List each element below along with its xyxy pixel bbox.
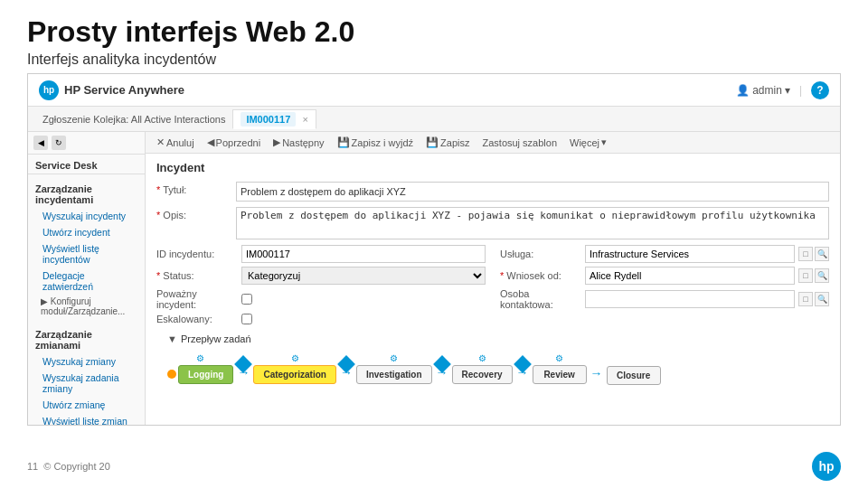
contact-input[interactable]	[585, 290, 795, 308]
contact-clear-icon[interactable]: □	[798, 292, 813, 306]
page-title: Prosty interfejs Web 2.0	[27, 16, 841, 48]
sidebar-item-create-change[interactable]: Utwórz zmianę	[28, 397, 145, 413]
hp-topbar-right: 👤 admin ▾ | ?	[736, 81, 829, 99]
main-content: ◀ ↻ Service Desk Zarządzanie incydentami…	[28, 132, 840, 426]
tab-queue[interactable]: Zgłoszenie Kolejka: All Active Interacti…	[35, 110, 232, 128]
step-categorization[interactable]: Categorization	[253, 365, 335, 384]
user-icon: 👤	[736, 84, 750, 97]
more-button[interactable]: Więcej ▾	[566, 135, 610, 150]
service-input[interactable]	[585, 245, 795, 263]
status-label: Status:	[156, 270, 238, 281]
apply-template-button[interactable]: Zastosuj szablon	[478, 136, 561, 150]
page-number: 11	[27, 461, 38, 472]
previous-button[interactable]: ◀ Poprzedni	[203, 135, 265, 150]
contact-search-icon[interactable]: 🔍	[815, 292, 829, 306]
workflow-section: ▼ Przepływ zadań ⚙ Logging	[156, 328, 829, 394]
footer-hp-logo: hp	[812, 452, 841, 481]
cancel-button[interactable]: ✕ Anuluj	[153, 135, 198, 150]
chevron-down-icon: ▾	[601, 136, 607, 148]
incident-id-label: ID incydentu:	[156, 249, 238, 259]
next-button[interactable]: ▶ Następny	[269, 135, 327, 150]
sidebar-item-delegations-incidents[interactable]: Delegacje zatwierdzeń	[28, 267, 145, 295]
workflow-step-review: ⚙ Review	[533, 353, 587, 384]
status-field: Status: Kategoryzuj	[156, 267, 486, 285]
description-row: Opis: Problem z dostępem do aplikacji XY…	[156, 207, 829, 239]
step-closure[interactable]: Closure	[607, 366, 661, 385]
workflow-step-categorization: ⚙ Categorization	[253, 353, 335, 384]
sidebar-refresh-icon[interactable]: ↻	[52, 136, 66, 150]
workflow-step-closure: Closure	[607, 352, 661, 385]
page-subtitle: Interfejs analityka incydentów	[27, 52, 841, 68]
page-header: Prosty interfejs Web 2.0 Interfejs anali…	[0, 0, 868, 73]
sidebar-section-changes: Zarządzanie zmianami	[28, 324, 145, 353]
arrow-5: →	[590, 366, 603, 380]
workflow-step-recovery: ⚙ Recovery	[452, 353, 513, 384]
incident-id-input[interactable]	[241, 245, 486, 263]
requested-by-label: Wniosek od:	[500, 270, 581, 281]
save-button[interactable]: 💾 Zapisz	[422, 135, 473, 150]
status-select[interactable]: Kategoryzuj	[241, 267, 486, 285]
hp-logo: hp HP Service Anywhere	[39, 80, 184, 100]
prev-icon: ◀	[207, 136, 214, 148]
major-incident-label: Poważny incydent:	[156, 288, 238, 310]
tab-bar: Zgłoszenie Kolejka: All Active Interacti…	[28, 107, 840, 132]
content-toolbar: ✕ Anuluj ◀ Poprzedni ▶ Następny 💾 Zapisz…	[146, 132, 840, 154]
contact-label: Osoba kontaktowa:	[500, 288, 581, 310]
tab-incident[interactable]: IM000117 ×	[232, 109, 316, 129]
step-review[interactable]: Review	[533, 365, 587, 384]
requested-clear-icon[interactable]: □	[798, 268, 813, 283]
arrow-1: →	[237, 358, 250, 380]
sidebar-item-create-incident[interactable]: Utwórz incydent	[28, 224, 145, 240]
title-input[interactable]	[236, 182, 829, 202]
arrow-4: →	[516, 358, 529, 380]
sidebar-item-list-incidents[interactable]: Wyświetl listę incydentów	[28, 240, 145, 267]
sidebar-item-search-changes[interactable]: Wyszukaj zmiany	[28, 353, 145, 370]
requested-by-input[interactable]	[585, 267, 795, 285]
title-row: Tytuł:	[156, 182, 829, 202]
description-label: Opis:	[156, 207, 229, 221]
logging-circle-icon	[167, 370, 176, 379]
major-incident-checkbox[interactable]	[241, 294, 252, 305]
step-recovery[interactable]: Recovery	[452, 365, 513, 384]
save-exit-icon: 💾	[337, 136, 350, 148]
sidebar-item-list-changes[interactable]: Wyświetl listę zmian	[28, 413, 145, 426]
step-logging[interactable]: Logging	[178, 365, 233, 384]
step-investigation[interactable]: Investigation	[356, 365, 432, 384]
hp-service-anywhere-window: hp HP Service Anywhere 👤 admin ▾ | ? Zgł…	[27, 73, 841, 426]
page-footer: 11 © Copyright 20 hp	[0, 452, 868, 481]
copyright-text: © Copyright 20	[43, 461, 110, 472]
sidebar-section-incidents: Zarządzanie incydentami	[28, 178, 145, 208]
incident-id-tab: IM000117	[241, 112, 296, 127]
help-button[interactable]: ?	[811, 81, 829, 99]
hp-app-name: HP Service Anywhere	[64, 83, 184, 97]
hp-logo-icon: hp	[39, 80, 59, 100]
admin-label: admin	[752, 84, 782, 97]
sidebar-back-icon[interactable]: ◀	[33, 136, 48, 150]
escalated-label: Eskalowany:	[156, 314, 238, 324]
sidebar: ◀ ↻ Service Desk Zarządzanie incydentami…	[28, 132, 146, 426]
service-clear-icon[interactable]: □	[798, 247, 813, 261]
tab-close-button[interactable]: ×	[302, 114, 307, 125]
description-input[interactable]: Problem z dostępem do aplikacji XYZ - po…	[236, 207, 829, 239]
service-label: Usługa:	[500, 249, 581, 259]
workflow-step-logging: ⚙ Logging	[167, 353, 233, 384]
save-exit-button[interactable]: 💾 Zapisz i wyjdź	[334, 135, 417, 150]
rev-gear-icon: ⚙	[555, 353, 563, 363]
cat-gear-icon: ⚙	[291, 353, 299, 363]
workflow-step-investigation: ⚙ Investigation	[356, 353, 432, 384]
requested-by-field: Wniosek od: □ 🔍	[500, 267, 829, 285]
escalated-field: Eskalowany:	[156, 314, 486, 324]
workflow-collapse-icon[interactable]: ▼	[167, 333, 177, 344]
requested-search-icon[interactable]: 🔍	[815, 268, 829, 283]
sidebar-item-search-incidents[interactable]: Wyszukaj incydenty	[28, 208, 145, 224]
escalated-checkbox[interactable]	[241, 314, 252, 324]
form-section-title: Incydent	[156, 161, 829, 174]
hp-admin-menu[interactable]: 👤 admin ▾	[736, 84, 790, 97]
sidebar-item-config-incidents[interactable]: ▶ Konfiguruj moduł/Zarządzanie...	[28, 295, 145, 318]
sidebar-item-search-change-tasks[interactable]: Wyszukaj zadania zmiany	[28, 370, 145, 397]
service-search-icon[interactable]: 🔍	[815, 247, 829, 261]
workflow-steps: ⚙ Logging →	[167, 352, 818, 389]
inv-gear-icon: ⚙	[390, 353, 398, 363]
arrow-2: →	[340, 358, 353, 380]
title-label: Tytuł:	[156, 182, 229, 195]
